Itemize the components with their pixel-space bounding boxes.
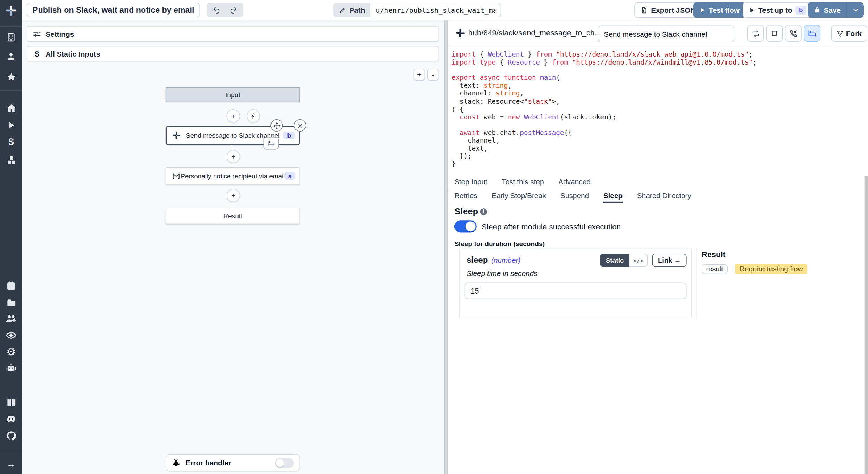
flow-title-input[interactable]	[27, 3, 200, 17]
play-icon	[699, 7, 706, 13]
sliders-icon	[33, 30, 41, 38]
panel-scrollbar[interactable]	[865, 176, 868, 474]
code-mode-button[interactable]: </>	[629, 254, 648, 267]
save-split-button: Save	[808, 2, 864, 18]
sidebar-divider	[0, 90, 22, 91]
gear-icon[interactable]: ⚙	[0, 345, 22, 358]
play-icon	[749, 7, 755, 13]
tab-advanced[interactable]: Advanced	[558, 176, 591, 189]
zoom-out-button[interactable]: -	[427, 69, 439, 81]
sleep-seconds-input[interactable]	[465, 282, 687, 299]
calendar-icon[interactable]	[0, 279, 22, 293]
sleep-field-name: sleep	[467, 255, 488, 264]
discord-icon[interactable]	[0, 413, 22, 426]
result-colon: :	[730, 265, 732, 273]
home-icon[interactable]	[0, 101, 22, 114]
error-handler-label: Error handler	[185, 459, 231, 467]
scrollbar-thumb[interactable]	[865, 176, 868, 474]
add-step-button[interactable]: +	[227, 109, 240, 122]
email-step-label: Personally notice recipient via email	[181, 172, 285, 180]
slack-icon	[172, 131, 181, 139]
flow-node-email-step[interactable]: Personally notice recipient via email a	[166, 167, 300, 185]
trigger-bolt-button[interactable]	[247, 109, 260, 122]
sleep-enabled-toggle[interactable]	[454, 220, 477, 232]
repeat-icon	[751, 29, 760, 37]
step-summary-input[interactable]	[598, 26, 735, 42]
test-up-to-button[interactable]: Test up to b	[743, 2, 812, 18]
subtab-suspend[interactable]: Suspend	[560, 189, 589, 203]
static-mode-button[interactable]: Static	[600, 254, 629, 267]
dollar-icon[interactable]: $	[0, 135, 22, 149]
export-json-button[interactable]: Export JSON	[634, 2, 702, 18]
link-button[interactable]: Link →	[652, 254, 687, 267]
all-static-inputs-bar[interactable]: $ All Static Inputs	[27, 46, 439, 62]
save-button[interactable]: Save	[808, 2, 847, 18]
sleep-indicator-chip[interactable]	[263, 137, 279, 149]
eye-icon[interactable]	[0, 329, 22, 342]
path-input[interactable]	[370, 3, 501, 17]
info-icon[interactable]: i	[480, 208, 487, 215]
windmill-logo[interactable]	[0, 4, 22, 17]
subtab-early-stop[interactable]: Early Stop/Break	[492, 189, 546, 203]
path-edit-button[interactable]: Path	[333, 3, 370, 17]
move-step-button[interactable]	[270, 119, 283, 132]
book-icon[interactable]	[0, 396, 22, 409]
advanced-subtabs: Retries Early Stop/Break Suspend Sleep S…	[448, 189, 868, 203]
move-icon	[273, 122, 280, 129]
undo-redo-group	[207, 3, 243, 17]
folder-icon[interactable]	[0, 296, 22, 309]
flow-node-input[interactable]: Input	[166, 87, 300, 102]
github-icon[interactable]	[0, 429, 22, 442]
play-icon[interactable]	[0, 118, 22, 132]
add-step-button[interactable]: +	[227, 150, 240, 163]
sleep-heading-text: Sleep	[454, 206, 478, 217]
sleep-field-header: sleep (number)	[467, 255, 520, 264]
export-json-label: Export JSON	[651, 6, 695, 14]
flow-node-result[interactable]: Result	[166, 208, 300, 224]
test-flow-button[interactable]: Test flow	[693, 2, 746, 18]
robot-icon[interactable]	[0, 362, 22, 375]
sleep-field-description: Sleep time in seconds	[467, 269, 537, 278]
panel-resize-divider[interactable]	[444, 20, 448, 474]
bed-icon	[808, 29, 817, 38]
flow-settings-bar[interactable]: Settings	[27, 26, 439, 42]
redo-button[interactable]	[225, 3, 242, 17]
code-lines: import { WebClient } from "https://deno.…	[448, 46, 868, 168]
cubes-icon[interactable]	[0, 153, 22, 167]
close-icon	[297, 122, 303, 129]
star-icon[interactable]	[0, 70, 22, 83]
flow-editor-canvas: Settings $ All Static Inputs + - Input +	[22, 20, 444, 474]
slack-icon	[456, 28, 465, 38]
error-handler-node[interactable]: Error handler	[166, 454, 300, 472]
error-handler-toggle[interactable]	[275, 458, 294, 468]
retries-button[interactable]	[747, 25, 764, 42]
arrow-right-icon[interactable]: →	[0, 457, 22, 471]
subtab-shared-directory[interactable]: Shared Directory	[637, 189, 691, 203]
save-label: Save	[824, 6, 841, 14]
subtab-retries[interactable]: Retries	[454, 189, 477, 203]
tab-step-input[interactable]: Step Input	[454, 176, 487, 189]
add-step-button[interactable]: +	[227, 189, 240, 202]
sleep-field-type: (number)	[491, 256, 520, 264]
step-tabs: Step Input Test this step Advanced	[448, 176, 868, 189]
zoom-in-button[interactable]: +	[413, 69, 425, 81]
lightning-icon	[250, 113, 257, 119]
step-detail-panel: hub/849/slack/send_message_to_ch...	[448, 20, 868, 474]
email-step-badge: a	[284, 172, 296, 180]
delete-step-button[interactable]	[294, 119, 306, 132]
building-icon[interactable]	[0, 31, 22, 44]
undo-button[interactable]	[208, 3, 225, 17]
early-stop-button[interactable]	[766, 25, 783, 42]
person-icon[interactable]	[0, 50, 22, 63]
step-header: hub/849/slack/send_message_to_ch...	[448, 20, 868, 47]
code-editor[interactable]: import { WebClient } from "https://deno.…	[448, 46, 868, 175]
save-dropdown-button[interactable]	[848, 2, 864, 18]
subtab-sleep[interactable]: Sleep	[603, 189, 623, 203]
suspend-button[interactable]	[785, 25, 802, 42]
fork-button[interactable]: Fork	[831, 25, 867, 42]
sleep-section-heading: Sleep i	[454, 206, 487, 217]
hub-script-path[interactable]: hub/849/slack/send_message_to_ch...	[468, 28, 601, 37]
users-gear-icon[interactable]	[0, 312, 22, 325]
tab-test-this-step[interactable]: Test this step	[502, 176, 544, 189]
sleep-button[interactable]	[804, 25, 820, 42]
